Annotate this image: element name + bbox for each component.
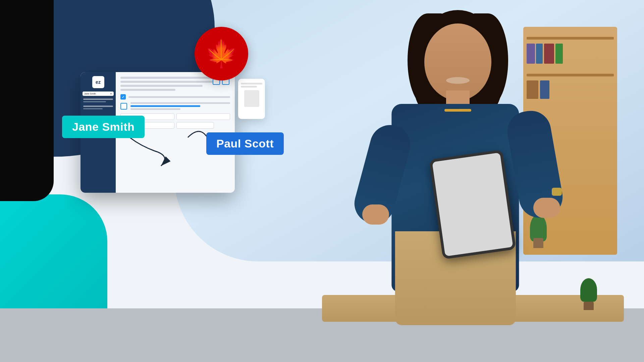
woman-face <box>424 23 491 101</box>
desk-plant <box>580 278 597 310</box>
maple-leaf-icon: 🍁 <box>205 40 238 67</box>
paul-scott-label: Paul Scott <box>206 132 284 155</box>
mockup-logo: ez <box>92 76 104 88</box>
background-scene: 🍁 ez Jane Smith ▼ <box>0 0 644 362</box>
woman-necklace <box>444 109 471 112</box>
black-silhouette-left <box>0 0 54 201</box>
mockup-right-panel <box>238 79 265 119</box>
jane-smith-label: Jane Smith <box>62 116 145 138</box>
woman-figure <box>349 10 567 325</box>
maple-leaf-badge: 🍁 <box>195 27 248 80</box>
woman-left-hand <box>362 204 389 225</box>
tablet-device <box>429 149 516 259</box>
woman-watch <box>552 188 562 196</box>
woman-right-hand <box>533 198 560 218</box>
